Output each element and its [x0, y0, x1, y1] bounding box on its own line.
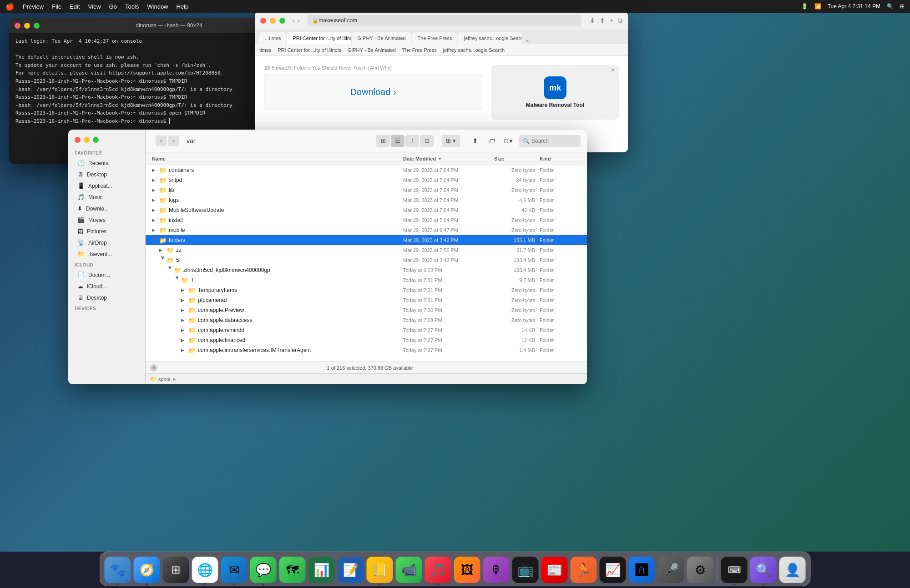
table-row[interactable]: ▶ 📁 MobileSoftwareUpdate Mar 29, 2023 at…	[146, 205, 587, 215]
download-button[interactable]: Download ›	[350, 87, 396, 97]
table-row[interactable]: ▶ 📁 sntpd Mar 29, 2023 at 7:04 PM 24 byt…	[146, 175, 587, 185]
table-row[interactable]: ▶ 📁 TemporaryItems Today at 7:31 PM Zero…	[146, 285, 587, 295]
terminal-close-button[interactable]	[15, 23, 20, 29]
table-row[interactable]: ▶ 📁 containers Mar 29, 2023 at 7:04 PM Z…	[146, 165, 587, 175]
dock-icon-stocks[interactable]: 📈	[600, 557, 626, 583]
dock-icon-chrome[interactable]: 🌐	[192, 557, 218, 583]
dock-icon-podcasts[interactable]: 🎙	[483, 557, 510, 583]
terminal-minimize-button[interactable]	[24, 23, 30, 29]
browser-tab[interactable]: GIPHY - Be Animated	[352, 32, 411, 44]
menu-file[interactable]: File	[52, 3, 61, 10]
column-size-header[interactable]: Size	[494, 156, 540, 161]
browser-tab-active[interactable]: PRI Center for ...ity of Illinois	[287, 32, 351, 44]
dock-icon-excel[interactable]: 📊	[308, 557, 335, 583]
browser-forward-button[interactable]: ›	[298, 17, 300, 24]
dock-icon-terminal[interactable]: ⌨	[721, 557, 748, 583]
table-row[interactable]: ▶ 📁 logs Mar 29, 2023 at 7:04 PM 4.6 MB …	[146, 195, 587, 205]
browser-new-tab-icon[interactable]: +	[610, 17, 613, 24]
bookmark-item[interactable]: PRI Center for ...ity of Illinois	[278, 47, 341, 53]
bookmark-item[interactable]: times	[259, 47, 271, 53]
browser-tab[interactable]: ...times	[259, 32, 286, 44]
apple-menu[interactable]: 🍎	[5, 2, 15, 11]
dock-icon-finder[interactable]: 🐾	[105, 557, 131, 583]
menu-go[interactable]: Go	[109, 3, 117, 10]
dock-icon-siri[interactable]: 🎤	[658, 557, 684, 583]
dock-icon-maps[interactable]: 🗺	[279, 557, 306, 583]
table-row[interactable]: ▶ 📁 com.apple.Preview Today at 7:30 PM Z…	[146, 305, 587, 315]
sidebar-item-applications[interactable]: 📱 Applicat...	[71, 181, 142, 191]
finder-back-button[interactable]: ‹	[156, 136, 167, 146]
finder-gallery-view-button[interactable]: ⊡	[420, 135, 434, 147]
dock-icon-settings[interactable]: ⚙	[687, 557, 713, 583]
expand-icon[interactable]: ▶	[153, 236, 158, 244]
statusbar-close-button[interactable]: ✕	[150, 364, 157, 372]
browser-back-button[interactable]: ‹	[293, 17, 295, 24]
column-name-header[interactable]: Name	[152, 156, 403, 161]
sidebar-item-recents[interactable]: 🕐 Recents	[71, 158, 142, 168]
browser-split-view-icon[interactable]: ⧉	[618, 17, 622, 25]
browser-share-icon[interactable]: ⬆	[600, 17, 605, 24]
ad-close-button[interactable]: ✕	[611, 67, 615, 73]
sidebar-item-fseventsd[interactable]: 📁 .fsevent...	[71, 249, 142, 259]
expand-icon[interactable]: ▶	[181, 288, 188, 292]
finder-search[interactable]: 🔍	[519, 135, 581, 147]
browser-address-bar[interactable]: 🔒 makeuseof.com	[308, 15, 581, 26]
finder-column-view-button[interactable]: ⫿	[405, 135, 419, 147]
menu-view[interactable]: View	[88, 3, 101, 10]
dock-icon-messages[interactable]: 💬	[250, 557, 277, 583]
dock-icon-music[interactable]: 🎵	[425, 557, 451, 583]
table-row[interactable]: ▶ 📁 mobile Mar 29, 2023 at 6:47 PM Zero …	[146, 225, 587, 235]
battery-icon[interactable]: 🔋	[801, 3, 808, 10]
dock-icon-appstore[interactable]: 🅰	[629, 557, 655, 583]
finder-tag-button[interactable]: 🏷	[485, 135, 498, 147]
table-row[interactable]: ▶ 📁 T Today at 7:31 PM 9.7 MB Folder	[146, 275, 587, 285]
browser-tab[interactable]: The Free Press	[412, 32, 458, 44]
sidebar-item-movies[interactable]: 🎬 Movies	[71, 215, 142, 225]
finder-group-button[interactable]: ⊞ ▾	[442, 135, 460, 147]
sidebar-item-downloads[interactable]: ⬇ Downlo...	[71, 203, 142, 214]
sidebar-item-airdrop[interactable]: 📡 AirDrop	[71, 237, 142, 248]
finder-close-button[interactable]	[75, 137, 81, 143]
expand-icon[interactable]: ▶	[152, 188, 159, 192]
sidebar-item-icloud-drive[interactable]: ☁ iCloud...	[71, 281, 142, 291]
expand-icon[interactable]: ▶	[181, 308, 188, 312]
table-row[interactable]: ▶ 📁 com.apple.imtransferservices.IMTrans…	[146, 345, 587, 355]
dock-icon-fitness[interactable]: 🏃	[571, 557, 597, 583]
finder-minimize-button[interactable]	[84, 137, 90, 143]
finder-list-view-button[interactable]: ☰	[391, 135, 404, 147]
table-row[interactable]: ▶ 📁 zlnns3rn5cd_kjd8kmnwcn400000gp Today…	[146, 265, 587, 275]
sidebar-item-pictures[interactable]: 🖼 Pictures	[71, 226, 142, 236]
table-row[interactable]: ▶ 📁 com.apple.remindd Today at 7:27 PM 1…	[146, 325, 587, 335]
expand-icon[interactable]: ▶	[175, 276, 180, 284]
dock-icon-photos[interactable]: 🖼	[454, 557, 480, 583]
finder-forward-button[interactable]: ›	[168, 136, 179, 146]
expand-icon[interactable]: ▶	[152, 168, 159, 172]
dock-icon-news[interactable]: 📰	[541, 557, 568, 583]
column-date-header[interactable]: Date Modified ▼	[403, 156, 494, 161]
column-kind-header[interactable]: Kind	[540, 156, 581, 161]
sidebar-item-icloud-documents[interactable]: 📄 Docum...	[71, 270, 142, 280]
table-row[interactable]: ▶ 📁 install Mar 29, 2023 at 7:04 PM Zero…	[146, 215, 587, 225]
table-row[interactable]: ▶ 📁 ptpcamerad Today at 7:31 PM Zero byt…	[146, 295, 587, 305]
sidebar-item-desktop[interactable]: 🖥 Desktop	[71, 169, 142, 180]
table-row[interactable]: ▶ 📁 com.apple.dataaccess Today at 7:28 P…	[146, 315, 587, 325]
terminal-maximize-button[interactable]	[34, 23, 40, 29]
menu-preview[interactable]: Preview	[23, 3, 44, 10]
finder-share-button[interactable]: ⬆	[468, 135, 482, 147]
expand-icon[interactable]: ▶	[168, 266, 172, 274]
spotlight-icon[interactable]: 🔍	[887, 3, 894, 10]
table-row[interactable]: ▶ 📁 com.apple.financed Today at 7:27 PM …	[146, 335, 587, 345]
bookmark-item[interactable]: The Free Press	[402, 47, 437, 53]
dock-icon-tv[interactable]: 📺	[512, 557, 539, 583]
dock-icon-launchpad[interactable]: ⊞	[163, 557, 189, 583]
table-row[interactable]: ▶ 📁 5f Mar 29, 2023 at 3:42 PM 133.4 MB …	[146, 255, 587, 265]
finder-maximize-button[interactable]	[93, 137, 99, 143]
finder-more-button[interactable]: ⊙▾	[501, 135, 515, 147]
expand-icon[interactable]: ▶	[152, 208, 159, 212]
browser-tab[interactable]: jeffrey sachs...oogle Search	[458, 32, 522, 44]
dock-icon-notes[interactable]: 📒	[367, 557, 393, 583]
dock-icon-contacts[interactable]: 👤	[779, 557, 806, 583]
dock-icon-preview[interactable]: 🔍	[750, 557, 777, 583]
expand-icon[interactable]: ▶	[181, 328, 188, 332]
search-input[interactable]	[531, 138, 577, 144]
